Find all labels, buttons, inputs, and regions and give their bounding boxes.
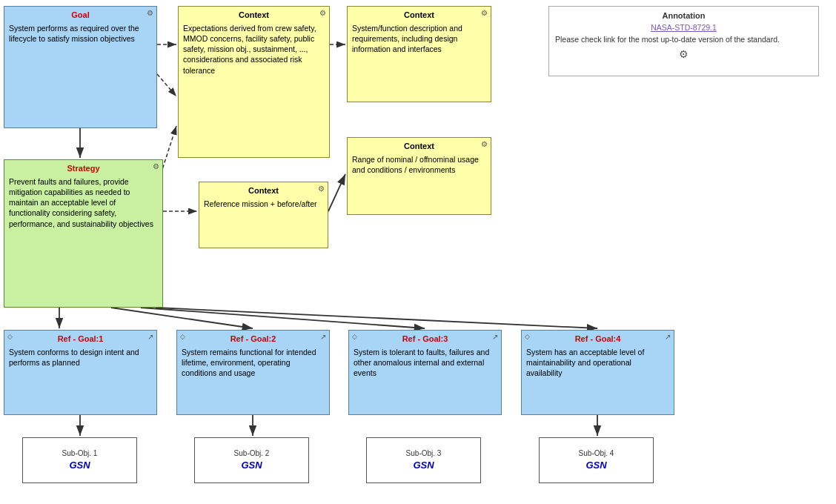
ref4-node: ◇ ↗ Ref - Goal:4 System has an acceptabl…: [521, 330, 674, 415]
context4-gear-icon: ⚙: [481, 139, 488, 150]
ref2-title: Ref - Goal:2: [182, 334, 325, 345]
annotation-link[interactable]: NASA-STD-8729.1: [651, 23, 717, 32]
context1-gear-icon: ⚙: [319, 8, 326, 19]
ref2-diamond-icon: ◇: [180, 332, 185, 341]
goal-node: ⚙ Goal System performs as required over …: [4, 6, 157, 128]
ref2-text: System remains functional for intended l…: [182, 347, 325, 379]
svg-line-10: [141, 308, 425, 328]
ref3-title: Ref - Goal:3: [354, 334, 497, 345]
ref1-node: ◇ ↗ Ref - Goal:1 System conforms to desi…: [4, 330, 157, 415]
ref4-diamond-icon: ◇: [525, 332, 530, 341]
annotation-title: Annotation: [555, 11, 812, 20]
subobj3-gsn: GSN: [413, 459, 434, 472]
strategy-text: Prevent faults and failures, provide mit…: [9, 176, 158, 229]
goal-title: Goal: [9, 10, 152, 21]
annotation-box: Annotation NASA-STD-8729.1 Please check …: [548, 6, 819, 76]
subobj3-node: Sub-Obj. 3 GSN: [366, 437, 481, 483]
ref2-corner-icon: ↗: [320, 332, 326, 342]
subobj2-label: Sub-Obj. 2: [234, 448, 270, 459]
subobj2-gsn: GSN: [241, 459, 262, 472]
ref3-node: ◇ ↗ Ref - Goal:3 System is tolerant to f…: [348, 330, 502, 415]
context3-gear-icon: ⚙: [318, 184, 325, 194]
ref3-corner-icon: ↗: [492, 332, 498, 342]
ref4-corner-icon: ↗: [665, 332, 671, 342]
annotation-text: Please check link for the most up-to-dat…: [555, 35, 812, 44]
context2-title: Context: [352, 10, 486, 21]
ref3-text: System is tolerant to faults, failures a…: [354, 347, 497, 379]
svg-line-11: [156, 308, 597, 328]
ref3-diamond-icon: ◇: [352, 332, 357, 341]
context2-text: System/function description and requirem…: [352, 23, 486, 55]
subobj4-node: Sub-Obj. 4 GSN: [539, 437, 654, 483]
context4-node: ⚙ Context Range of nominal / offnominal …: [347, 137, 491, 215]
annotation-gear-icon: ⚙: [679, 48, 689, 60]
context1-text: Expectations derived from crew safety, M…: [183, 23, 325, 76]
context2-node: ⚙ Context System/function description an…: [347, 6, 491, 102]
svg-line-3: [157, 74, 176, 96]
context4-title: Context: [352, 141, 486, 152]
context1-title: Context: [183, 10, 325, 21]
context3-node: ⚙ Context Reference mission + before/aft…: [199, 182, 328, 248]
subobj3-label: Sub-Obj. 3: [406, 448, 442, 459]
subobj1-label: Sub-Obj. 1: [62, 448, 98, 459]
ref4-title: Ref - Goal:4: [526, 334, 669, 345]
svg-line-9: [111, 308, 253, 328]
subobj2-node: Sub-Obj. 2 GSN: [194, 437, 309, 483]
subobj1-node: Sub-Obj. 1 GSN: [22, 437, 137, 483]
ref4-text: System has an acceptable level of mainta…: [526, 347, 669, 379]
strategy-node: ⚙ Strategy Prevent faults and failures, …: [4, 159, 163, 308]
context2-gear-icon: ⚙: [481, 8, 488, 19]
ref1-corner-icon: ↗: [147, 332, 153, 342]
context3-title: Context: [204, 185, 323, 196]
context3-text: Reference mission + before/after: [204, 199, 323, 209]
subobj4-gsn: GSN: [585, 459, 606, 472]
context1-node: ⚙ Context Expectations derived from crew…: [178, 6, 330, 158]
strategy-title: Strategy: [9, 163, 158, 174]
ref1-diamond-icon: ◇: [7, 332, 13, 341]
subobj1-gsn: GSN: [69, 459, 90, 472]
context4-text: Range of nominal / offnominal usage and …: [352, 154, 486, 175]
subobj4-label: Sub-Obj. 4: [579, 448, 614, 459]
goal-text: System performs as required over the lif…: [9, 23, 152, 44]
svg-line-7: [328, 174, 345, 211]
strategy-gear-icon: ⚙: [153, 162, 159, 172]
ref1-title: Ref - Goal:1: [9, 334, 152, 345]
ref1-text: System conforms to design intent and per…: [9, 347, 152, 368]
ref2-node: ◇ ↗ Ref - Goal:2 System remains function…: [176, 330, 330, 415]
goal-gear-icon: ⚙: [147, 8, 153, 19]
